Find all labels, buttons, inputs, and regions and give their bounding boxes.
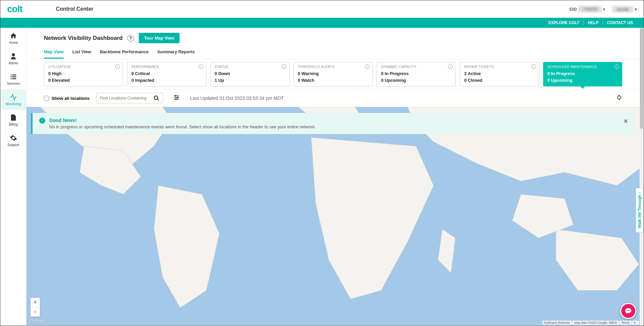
card-utilization[interactable]: UTILIZATION 0 High 0 Elevated i <box>44 62 123 86</box>
help-icon[interactable]: ? <box>127 35 134 42</box>
chevron-down-icon: ▾ <box>635 7 637 12</box>
info-icon[interactable]: i <box>448 64 453 69</box>
app-title: Control Center <box>56 6 93 12</box>
header-right: EID 776376 ▾ ansab ▾ <box>570 7 637 12</box>
card-dynamic-capacity[interactable]: DYNAMIC CAPACITY 0 In Progress 0 Upcomin… <box>377 62 456 86</box>
chevron-up-icon: › <box>637 192 642 194</box>
chat-icon <box>625 307 632 315</box>
zoom-in-button[interactable]: + <box>30 298 40 307</box>
eid-group[interactable]: EID 776376 ▾ <box>570 7 605 12</box>
top-header: colt Control Center EID 776376 ▾ ansab ▾ <box>0 0 644 18</box>
world-map-svg <box>26 107 640 325</box>
svg-line-1 <box>157 99 159 101</box>
card-threshold-alerts[interactable]: THRESHOLD ALERTS 0 Warning 0 Watch i <box>294 62 373 86</box>
svg-point-3 <box>175 95 176 96</box>
terms-link[interactable]: Terms <box>622 321 632 324</box>
info-icon[interactable]: i <box>365 64 370 69</box>
map-data-text: Map data ©2023 Google, INEGI <box>574 321 620 324</box>
show-all-locations-checkbox[interactable]: Show all locations <box>44 96 89 101</box>
page-header: Network Visibility Dashboard ? Tour Map … <box>26 28 640 43</box>
tab-backbone-performance[interactable]: Backbone Performance <box>100 49 148 59</box>
info-icon[interactable]: i <box>199 64 203 69</box>
main-content: Network Visibility Dashboard ? Tour Map … <box>26 28 640 325</box>
notification-title: Good News! <box>49 118 316 123</box>
location-search[interactable] <box>96 93 163 104</box>
card-repair-tickets[interactable]: REPAIR TICKETS 2 Active 0 Closed i <box>460 62 539 86</box>
activity-icon <box>10 93 17 101</box>
logo: colt <box>7 4 22 14</box>
billing-icon <box>10 114 17 121</box>
svg-point-0 <box>154 96 158 100</box>
home-icon <box>10 32 17 40</box>
close-icon[interactable]: ✕ <box>623 118 628 125</box>
sidebar-item-home[interactable]: Home <box>1 28 26 49</box>
sidebar: Home Admin Services Monitoring Billing S… <box>1 28 26 325</box>
list-icon <box>10 73 17 80</box>
map-attribution: Keyboard shortcuts Map data ©2023 Google… <box>542 321 639 325</box>
notification-banner: Good News! No in progress or upcoming sc… <box>31 113 635 134</box>
search-icon[interactable] <box>153 95 159 101</box>
last-updated-text: Last Updated 31 Oct 2023 03:53:34 pm MDT <box>190 95 283 101</box>
scrollbar-thumb[interactable] <box>640 28 643 129</box>
info-icon[interactable]: i <box>615 64 619 69</box>
tab-list-view[interactable]: List View <box>72 49 91 59</box>
sidebar-item-services[interactable]: Services <box>1 69 26 89</box>
scrollbar[interactable] <box>640 28 643 325</box>
sidebar-item-support[interactable]: Support <box>1 130 26 151</box>
sidebar-item-label: Support <box>7 143 19 147</box>
sidebar-item-label: Billing <box>9 123 18 126</box>
tab-map-view[interactable]: Map View <box>44 49 64 59</box>
chat-button[interactable] <box>620 303 636 319</box>
svg-point-7 <box>176 99 177 100</box>
gear-icon <box>10 134 17 142</box>
info-icon[interactable]: i <box>531 64 536 69</box>
sidebar-item-label: Home <box>9 41 18 45</box>
chevron-down-icon[interactable]: ▾ <box>634 321 638 324</box>
page-title: Network Visibility Dashboard <box>44 35 123 42</box>
svg-point-5 <box>177 97 178 98</box>
sidebar-item-label: Monitoring <box>6 102 21 106</box>
card-scheduled-maintenance[interactable]: SCHEDULED MAINTENANCE 0 In Progress 0 Up… <box>543 62 622 86</box>
sidebar-item-monitoring[interactable]: Monitoring <box>1 89 26 110</box>
user-group[interactable]: ansab ▾ <box>612 7 637 12</box>
info-icon[interactable]: i <box>115 64 120 69</box>
tour-map-view-button[interactable]: Tour Map View <box>139 33 180 43</box>
info-icon[interactable]: i <box>282 64 286 69</box>
walk-me-through-tab[interactable]: Walk Me Through › <box>636 188 644 233</box>
sidebar-item-billing[interactable]: Billing <box>1 110 26 130</box>
sidebar-item-label: Admin <box>9 61 18 65</box>
checkbox-input[interactable] <box>44 96 49 101</box>
teal-nav-bar: EXPLORE COLT HELP CONTACT US <box>0 18 644 28</box>
filter-bar: Show all locations Last Updated 31 Oct 2… <box>26 89 640 107</box>
notification-body: No in progress or upcoming scheduled mai… <box>49 124 316 129</box>
chevron-down-icon: ▾ <box>603 7 605 12</box>
link-explore-colt[interactable]: EXPLORE COLT <box>544 20 584 25</box>
refresh-icon[interactable] <box>616 94 622 102</box>
card-status[interactable]: STATUS 0 Down 1 Up i <box>210 62 289 86</box>
map[interactable]: Good News! No in progress or upcoming sc… <box>26 107 640 325</box>
link-contact-us[interactable]: CONTACT US <box>603 20 637 25</box>
check-circle-icon <box>39 118 45 124</box>
filter-settings-icon[interactable] <box>170 94 183 102</box>
search-input[interactable] <box>100 96 153 101</box>
keyboard-shortcuts-link[interactable]: Keyboard shortcuts <box>544 321 572 324</box>
zoom-controls: + − <box>30 298 40 317</box>
sidebar-item-admin[interactable]: Admin <box>1 49 26 69</box>
stat-cards-row: UTILIZATION 0 High 0 Elevated i PERFORMA… <box>26 59 640 89</box>
sidebar-item-label: Services <box>7 82 20 85</box>
tab-summary-reports[interactable]: Summary Reports <box>157 49 195 59</box>
zoom-out-button[interactable]: − <box>30 307 40 317</box>
tabs: Map View List View Backbone Performance … <box>26 43 640 59</box>
google-logo: Google <box>30 318 45 323</box>
user-icon <box>10 53 17 60</box>
card-performance[interactable]: PERFORMANCE 0 Critical 0 Impacted i <box>127 62 206 86</box>
link-help[interactable]: HELP <box>584 20 603 25</box>
